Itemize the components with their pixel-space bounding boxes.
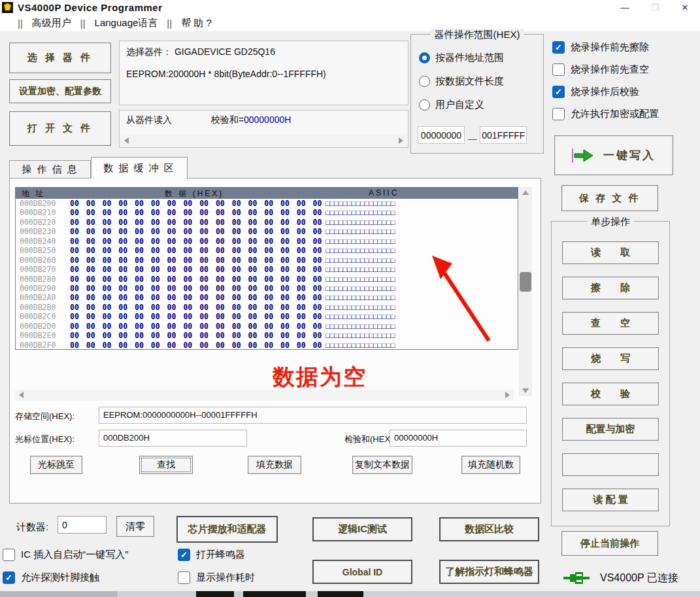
hex-row-bytes: 00 00 00 00 00 00 00 00 00 00 00 00 00 0… <box>70 246 322 255</box>
single-step-button[interactable]: 校 验 <box>562 383 659 405</box>
leds-buzzer-help-button[interactable]: 了解指示灯和蜂鸣器 <box>439 560 539 584</box>
hex-row[interactable]: 000DB230 00 00 00 00 00 00 00 00 00 00 0… <box>16 227 518 236</box>
maximize-button[interactable]: ❐ <box>640 0 670 15</box>
hex-row-bytes: 00 00 00 00 00 00 00 00 00 00 00 00 00 0… <box>70 284 322 293</box>
scroll-down-icon[interactable] <box>519 385 532 396</box>
bottom-option[interactable]: 打开蜂鸣器 <box>178 549 348 561</box>
checkbox-icon[interactable] <box>552 86 565 98</box>
single-step-button[interactable]: 读 配 置 <box>562 488 659 511</box>
logic-ic-test-button[interactable]: 逻辑IC测试 <box>312 517 412 541</box>
bottom-option[interactable]: 允许探测针脚接触 <box>3 571 178 584</box>
tab-data-buffer[interactable]: 数 据 缓 冲 区 <box>91 157 188 179</box>
range-end-input[interactable] <box>480 126 527 144</box>
hex-row[interactable]: 000DB2C0 00 00 00 00 00 00 00 00 00 00 0… <box>16 312 518 321</box>
scrollbar-thumb[interactable] <box>520 272 531 292</box>
counter-input[interactable] <box>58 516 107 534</box>
minimize-button[interactable]: — <box>610 0 640 15</box>
bottom-options: IC 插入自启动“一键写入” 打开蜂鸣器 允许探测针脚接触 显示操作耗时 <box>3 549 348 584</box>
hex-row-ascii: □□□□□□□□□□□□□□□□ <box>325 331 395 340</box>
close-button[interactable]: ✕ <box>670 0 700 15</box>
hex-row[interactable]: 000DB2D0 00 00 00 00 00 00 00 00 00 00 0… <box>16 322 518 331</box>
scroll-left-icon[interactable] <box>124 137 129 144</box>
hex-row[interactable]: 000DB2F0 00 00 00 00 00 00 00 00 00 00 0… <box>16 341 518 350</box>
hex-row[interactable]: 000DB250 00 00 00 00 00 00 00 00 00 00 0… <box>16 246 518 255</box>
radio-icon[interactable] <box>419 76 430 87</box>
write-option[interactable]: 允许执行加密或配置 <box>552 108 659 120</box>
scroll-left-icon[interactable] <box>19 392 24 398</box>
radio-icon[interactable] <box>419 52 430 63</box>
single-step-button[interactable]: 读 取 <box>562 241 659 264</box>
find-button[interactable]: 查找 <box>139 456 193 474</box>
single-step-button[interactable]: 配置与加密 <box>562 418 659 441</box>
hex-row[interactable]: 000DB280 00 00 00 00 00 00 00 00 00 00 0… <box>16 275 518 284</box>
single-step-button[interactable]: 擦 除 <box>562 277 659 299</box>
scroll-right-icon[interactable] <box>399 137 403 144</box>
fill-random-button[interactable]: 填充随机数 <box>461 456 520 474</box>
hex-row[interactable]: 000DB290 00 00 00 00 00 00 00 00 00 00 0… <box>16 284 518 293</box>
data-buffer-panel: 地 址 数 据 (HEX) ASIIC 000DB200 00 00 00 00… <box>9 178 541 503</box>
hex-vertical-scrollbar[interactable] <box>519 187 532 396</box>
menu-item[interactable]: 帮 助 ? <box>181 17 212 29</box>
hex-row[interactable]: 000DB240 00 00 00 00 00 00 00 00 00 00 0… <box>16 237 518 246</box>
range-start-input[interactable] <box>418 126 465 144</box>
checkbox-icon[interactable] <box>552 108 565 120</box>
hex-grid[interactable]: 地 址 数 据 (HEX) ASIIC 000DB200 00 00 00 00… <box>15 187 518 350</box>
checkbox-icon[interactable] <box>178 549 190 561</box>
connection-status: VS4000P 已连接 <box>563 570 678 586</box>
radio-icon[interactable] <box>419 99 430 111</box>
chip-placement-adapter-button[interactable]: 芯片摆放和适配器 <box>176 516 278 543</box>
checkbox-icon[interactable] <box>3 571 15 584</box>
hex-row-address: 000DB270 <box>20 265 56 274</box>
counter-clear-button[interactable]: 清零 <box>116 516 154 537</box>
hex-row[interactable]: 000DB260 00 00 00 00 00 00 00 00 00 00 0… <box>16 256 518 265</box>
checkbox-icon[interactable] <box>3 549 15 561</box>
write-option[interactable]: 烧录操作后校验 <box>552 86 659 98</box>
operation-range-option[interactable]: 用户自定义 <box>419 99 504 111</box>
single-step-button[interactable]: 查 空 <box>562 312 659 335</box>
open-file-button[interactable]: 打 开 文 件 <box>9 111 111 146</box>
hex-row-address: 000DB2D0 <box>20 322 56 331</box>
write-option[interactable]: 烧录操作前先查空 <box>552 63 659 76</box>
single-step-button[interactable] <box>562 453 659 476</box>
operation-range-option[interactable]: 按器件地址范围 <box>419 52 504 64</box>
tab-operation-info[interactable]: 操 作 信 息 <box>9 160 91 179</box>
hex-row-ascii: □□□□□□□□□□□□□□□□ <box>325 227 395 236</box>
scroll-right-icon[interactable] <box>505 392 510 398</box>
fill-data-button[interactable]: 填充数据 <box>248 456 301 474</box>
hex-row-address: 000DB250 <box>20 246 56 255</box>
one-key-write-button[interactable]: 一键写入 <box>554 135 673 175</box>
hex-row-ascii: □□□□□□□□□□□□□□□□ <box>325 303 395 312</box>
operation-range-option[interactable]: 按数据文件长度 <box>419 75 504 88</box>
bottom-option[interactable]: 显示操作耗时 <box>178 571 348 584</box>
stop-current-operation-button[interactable]: 停止当前操作 <box>561 531 658 556</box>
hex-row[interactable]: 000DB200 00 00 00 00 00 00 00 00 00 00 0… <box>16 199 518 208</box>
hex-row[interactable]: 000DB2E0 00 00 00 00 00 00 00 00 00 00 0… <box>16 331 518 340</box>
hex-row[interactable]: 000DB220 00 00 00 00 00 00 00 00 00 00 0… <box>16 218 518 227</box>
copy-text-data-button[interactable]: 复制文本数据 <box>352 456 412 474</box>
checkbox-icon[interactable] <box>552 41 565 54</box>
checkbox-icon[interactable] <box>178 571 190 584</box>
hex-horizontal-scrollbar[interactable] <box>15 390 514 401</box>
bottom-option[interactable]: IC 插入自启动“一键写入” <box>3 549 178 561</box>
hex-row[interactable]: 000DB2B0 00 00 00 00 00 00 00 00 00 00 0… <box>16 303 518 312</box>
scroll-up-icon[interactable] <box>519 187 532 198</box>
read-status-hscrollbar[interactable] <box>120 135 407 146</box>
menu-item[interactable]: 高级用户 <box>32 17 71 29</box>
data-compare-button[interactable]: 数据区比较 <box>439 517 539 541</box>
hex-row[interactable]: 000DB270 00 00 00 00 00 00 00 00 00 00 0… <box>16 265 518 274</box>
hex-row-ascii: □□□□□□□□□□□□□□□□ <box>325 284 395 293</box>
hex-row-address: 000DB2C0 <box>20 312 56 321</box>
write-option[interactable]: 烧录操作前先擦除 <box>552 41 659 54</box>
single-step-button[interactable]: 烧 写 <box>562 347 659 370</box>
set-encryption-button[interactable]: 设置加密、配置参数 <box>9 79 111 103</box>
menu-item[interactable]: Language语言 <box>95 17 158 29</box>
cursor-position-field[interactable]: 000DB200H <box>99 430 247 447</box>
checkbox-icon[interactable] <box>552 63 565 76</box>
selected-device-text: 选择器件： GIGADEVICE GD25Q16 <box>126 46 401 58</box>
select-device-button[interactable]: 选 择 器 件 <box>9 43 111 73</box>
hex-row[interactable]: 000DB2A0 00 00 00 00 00 00 00 00 00 00 0… <box>16 293 518 302</box>
hex-row[interactable]: 000DB210 00 00 00 00 00 00 00 00 00 00 0… <box>16 208 518 217</box>
hex-row-address: 000DB260 <box>20 256 56 265</box>
save-file-button[interactable]: 保 存 文 件 <box>561 185 658 211</box>
cursor-jump-button[interactable]: 光标跳至 <box>30 456 82 474</box>
